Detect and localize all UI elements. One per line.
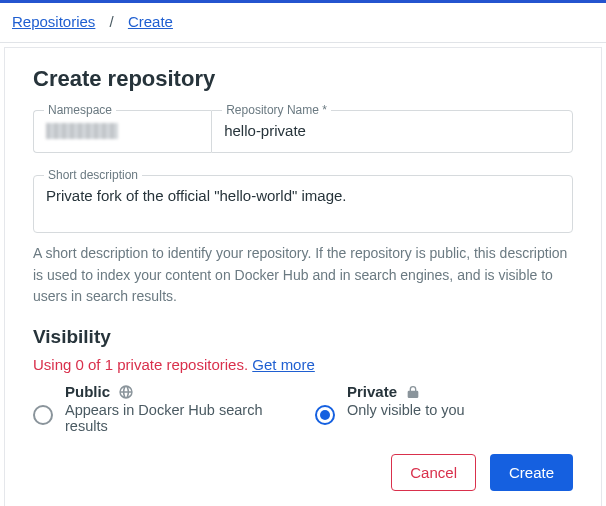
private-label: Private [347,383,397,400]
page-title: Create repository [33,66,573,92]
public-label: Public [65,383,110,400]
short-description-field: Short description [33,175,573,233]
private-radio[interactable] [315,405,335,425]
namespace-label: Namespace [44,103,116,117]
breadcrumb: Repositories / Create [0,3,606,43]
namespace-value-redacted [46,123,118,139]
namespace-field[interactable]: Namespace [33,110,211,153]
breadcrumb-separator: / [110,13,114,30]
breadcrumb-repositories-link[interactable]: Repositories [12,13,95,30]
repo-name-field: Repository Name * [211,110,573,153]
short-description-input[interactable] [34,176,572,232]
visibility-heading: Visibility [33,326,573,348]
private-repo-usage: Using 0 of 1 private repositories. Get m… [33,356,573,373]
visibility-public-option[interactable]: Public Appears in Docker Hub search resu… [33,383,291,434]
form-actions: Cancel Create [33,454,573,491]
repo-name-label: Repository Name * [222,103,331,117]
breadcrumb-create-link[interactable]: Create [128,13,173,30]
short-description-helper: A short description to identify your rep… [33,243,573,308]
lock-icon [405,384,421,400]
name-row: Namespace Repository Name * [33,110,573,153]
visibility-private-option[interactable]: Private Only visible to you [315,383,573,434]
public-radio[interactable] [33,405,53,425]
get-more-link[interactable]: Get more [252,356,315,373]
visibility-options: Public Appears in Docker Hub search resu… [33,383,573,434]
globe-icon [118,384,134,400]
create-button[interactable]: Create [490,454,573,491]
create-repo-panel: Create repository Namespace Repository N… [4,47,602,506]
short-description-label: Short description [44,168,142,182]
cancel-button[interactable]: Cancel [391,454,476,491]
public-sublabel: Appears in Docker Hub search results [65,402,291,434]
usage-text: Using 0 of 1 private repositories. [33,356,252,373]
private-sublabel: Only visible to you [347,402,465,418]
